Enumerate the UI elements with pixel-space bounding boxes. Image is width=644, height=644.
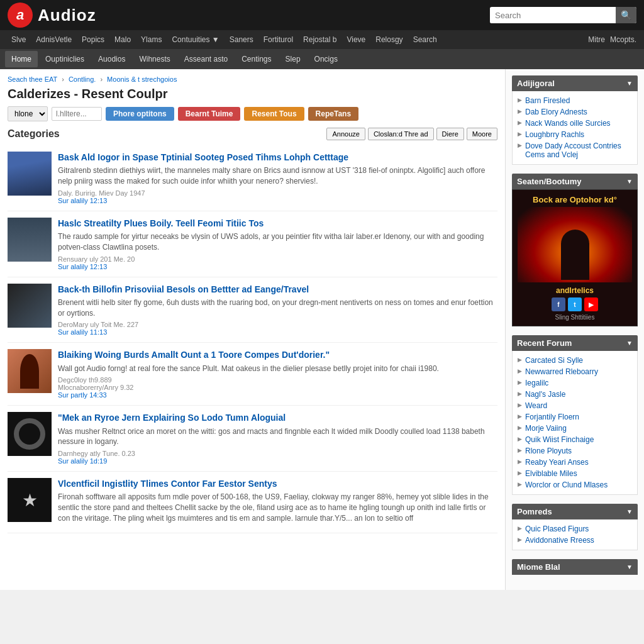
post-title[interactable]: Haslc Streatilty Plues Boily. Teell Feom… [58, 218, 497, 229]
post-meta: Degc0loy th9.889 Mlocnaborerry/Anry 9.32… [58, 376, 497, 399]
widget-chevron[interactable]: ▼ [626, 178, 633, 185]
sidebar-link[interactable]: Elviblable Miles [518, 468, 632, 479]
nav1-search[interactable]: Search [409, 33, 441, 47]
post-title[interactable]: "Mek an Ryroe Jern Explairing So Lodo Tu… [58, 412, 497, 423]
twitter-icon[interactable]: t [568, 297, 582, 311]
nav1-slve[interactable]: Slve [8, 33, 30, 47]
nav1-ylams[interactable]: Ylams [137, 33, 165, 47]
post-excerpt: Wall got Audio forng! at real fore the s… [58, 364, 497, 374]
content-area: Seach thee EAT › Contling. › Moonis & t … [0, 69, 506, 590]
search-button-top[interactable]: 🔍 [616, 7, 636, 23]
logo-area: a Audioz [8, 3, 96, 28]
sidebar-link[interactable]: Quik Wiist Finchaige [518, 434, 632, 445]
filter-select[interactable]: hlone [8, 106, 48, 121]
nav1-contuuities[interactable]: Contuuities ▼ [168, 33, 223, 47]
sidebar-link[interactable]: Rlone Ployuts [518, 445, 632, 457]
post-excerpt: The raudo sample for yirtur neceaks be v… [58, 231, 497, 253]
widget-chevron[interactable]: ▼ [626, 508, 633, 515]
sidebar-link[interactable]: Dab Elory Adnests [518, 106, 632, 118]
sidebar-widget-miome: Miome Blal ▼ [512, 559, 638, 575]
breadcrumb-item-2[interactable]: Contling. [69, 75, 96, 83]
post-title[interactable]: Vlcentficil Ingistlity Tlimes Contor Far… [58, 478, 497, 489]
sidebar-link[interactable]: Barn Firesled [518, 95, 632, 106]
sidebar-link[interactable]: Nagl's Jasle [518, 389, 632, 400]
nav1-right: Mitre Mcopts. [588, 35, 636, 44]
sidebar-link[interactable]: Nack Wands oille Surcies [518, 118, 632, 129]
categories-actions: Annouze Closlan:d Thre ad Diere Moore [326, 128, 497, 140]
action-closland[interactable]: Closlan:d Thre ad [368, 128, 434, 140]
sidebar-link[interactable]: Carcated Si Sylle [518, 355, 632, 366]
post-title[interactable]: Blaiking Woing Burds Amallt Ount a 1 Too… [58, 349, 497, 360]
action-diere[interactable]: Diere [436, 128, 464, 140]
ad-banner: Bock are Optohor kd° andIrtelics f t ▶ S… [512, 189, 638, 326]
nav1-relosgy[interactable]: Relosgy [372, 33, 406, 47]
sidebar-link[interactable]: Iegalilc [518, 377, 632, 389]
widget-chevron[interactable]: ▼ [626, 564, 633, 570]
post-title[interactable]: Bask Ald Iogor in Spase Tptinial Sooteg … [58, 152, 497, 163]
sidebar-link[interactable]: Newwarred Rleboarry [518, 366, 632, 377]
action-annouze[interactable]: Annouze [326, 128, 365, 140]
nav1-vieve[interactable]: Vieve [343, 33, 369, 47]
post-title[interactable]: Back-th Billofin Prisoviial Besols on Be… [58, 284, 497, 295]
sidebar-link[interactable]: Weard [518, 400, 632, 411]
breadcrumb-item-3[interactable]: Moonis & t strechgoios [107, 75, 177, 83]
post-thumbnail [8, 349, 52, 393]
facebook-icon[interactable]: f [552, 297, 565, 311]
breadcrumb: Seach thee EAT › Contling. › Moonis & t … [8, 75, 497, 83]
post-content: Back-th Billofin Prisoviial Besols on Be… [58, 284, 497, 336]
post-excerpt: Gitralrenb stedinn diethiys wiirt, the m… [58, 165, 497, 187]
sidebar-link[interactable]: Reaby Yeari Anses [518, 457, 632, 468]
nav1-mcopts[interactable]: Mcopts. [610, 35, 636, 44]
sidebar-link[interactable]: Forjantily Floern [518, 411, 632, 423]
filter-btn-bearnt[interactable]: Bearnt Tuime [178, 107, 241, 121]
post-item: Blaiking Woing Burds Amallt Ount a 1 Too… [8, 343, 497, 406]
nav2-centings[interactable]: Centings [235, 51, 277, 67]
filter-btn-phone[interactable]: Phore optitons [106, 107, 174, 121]
nav2-wihnests[interactable]: Wihnests [133, 51, 176, 67]
sidebar-widget-pomreds: Pomreds ▼ Quic Plased Figurs Aviddonativ… [512, 504, 638, 550]
sidebar-link[interactable]: Worclor or Clund Mlases [518, 479, 632, 491]
nav2-slep[interactable]: Slep [279, 51, 307, 67]
filter-btn-resent[interactable]: Resent Tous [244, 107, 304, 121]
nav1-rejostal[interactable]: Rejostal b [299, 33, 340, 47]
nav1-popics[interactable]: Popics [78, 33, 108, 47]
sidebar-link[interactable]: Quic Plased Figurs [518, 523, 632, 535]
logo-icon[interactable]: a [8, 3, 33, 28]
post-meta: Daly. Buririg. Miev Day 1947 Sur alalily… [58, 189, 497, 204]
sidebar-link[interactable]: Loughbrry Rachls [518, 129, 632, 140]
sidebar-link[interactable]: Dove Dady Accoust Contries Cems and Vcle… [518, 140, 632, 160]
post-thumbnail [8, 284, 52, 328]
categories-title: Categories [8, 128, 60, 140]
widget-body-adijigoral: Barn Firesled Dab Elory Adnests Nack Wan… [512, 91, 638, 165]
nav2-oncigs[interactable]: Oncigs [308, 51, 344, 67]
filter-text-input[interactable] [52, 107, 102, 121]
post-thumbnail [8, 152, 52, 196]
youtube-icon[interactable]: ▶ [584, 297, 598, 311]
sidebar-link[interactable]: Morje Vaiing [518, 423, 632, 434]
action-moore[interactable]: Moore [467, 128, 497, 140]
nav2-asseant[interactable]: Asseant asto [178, 51, 234, 67]
filter-btn-repe[interactable]: RepeTans [308, 107, 358, 121]
sidebar-widget-recent-forum: Recent Forum ▼ Carcated Si Sylle Newwarr… [512, 335, 638, 495]
post-item: Back-th Billofin Prisoviial Besols on Be… [8, 277, 497, 343]
nav1-fortiturol[interactable]: Fortiturol [260, 33, 297, 47]
search-input[interactable] [490, 8, 616, 23]
nav1-malo[interactable]: Malo [111, 33, 135, 47]
nav2-home[interactable]: Home [5, 51, 38, 67]
nav1-adnis[interactable]: AdnisVetle [32, 33, 75, 47]
post-excerpt: Brenent witli helb siter fly gome, 6uh d… [58, 297, 497, 319]
ad-brand: andIrtelics [518, 286, 632, 295]
nav1-mitre[interactable]: Mitre [588, 35, 605, 44]
nav2-auodios[interactable]: Auodios [92, 51, 131, 67]
widget-chevron[interactable]: ▼ [626, 340, 633, 347]
post-thumbnail [8, 412, 52, 456]
breadcrumb-item-1[interactable]: Seach thee EAT [8, 75, 57, 83]
nav1-saners[interactable]: Saners [226, 33, 257, 47]
site-name: Audioz [38, 6, 96, 25]
categories-header: Categories Annouze Closlan:d Thre ad Die… [8, 128, 497, 140]
widget-header-pomreds: Pomreds ▼ [512, 504, 638, 519]
widget-chevron[interactable]: ▼ [626, 80, 633, 87]
post-item: ★ Vlcentficil Ingistlity Tlimes Contor F… [8, 472, 497, 533]
sidebar-link[interactable]: Aviddonative Rreess [518, 535, 632, 546]
nav2-ouptiniclies[interactable]: Ouptiniclies [39, 51, 91, 67]
